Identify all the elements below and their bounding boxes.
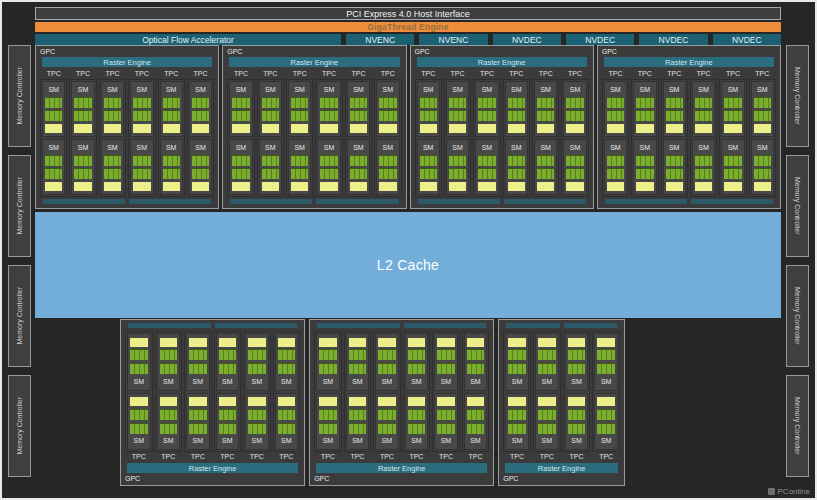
tpc-label: TPC	[40, 69, 67, 79]
tensor-core-block	[607, 124, 624, 133]
cuda-core-block	[320, 97, 337, 108]
tensor-core-block	[478, 182, 495, 191]
tensor-core-block	[130, 338, 148, 347]
tpc-strip: SMSM	[243, 331, 271, 452]
edge-strip	[691, 199, 773, 204]
sm-label: SM	[511, 85, 522, 94]
sm-label: SM	[107, 85, 118, 94]
sm-label: SM	[281, 377, 292, 386]
tpc-label: TPC	[125, 452, 153, 462]
cuda-core-block	[754, 110, 771, 121]
cuda-core-block	[695, 168, 712, 179]
cuda-core-block	[724, 168, 741, 179]
cuda-core-block	[74, 97, 91, 108]
nvdec-label: NVDEC	[585, 35, 615, 45]
cuda-core-block	[133, 110, 150, 121]
tpc-label: TPC	[315, 69, 342, 79]
sm-block: SM	[245, 393, 269, 451]
tpc-column: TPCSMSM	[532, 69, 559, 197]
cuda-core-block	[467, 423, 485, 434]
tpc-row: TPCSMSMTPCSMSMTPCSMSMTPCSMSMTPCSMSMTPCSM…	[415, 69, 589, 197]
gpc-row-top: GPCRaster EngineTPCSMSMTPCSMSMTPCSMSMTPC…	[35, 45, 781, 209]
pci-express-label: PCI Express 4.0 Host Interface	[346, 9, 470, 19]
sm-block: SM	[157, 333, 181, 391]
tpc-strip: SMSM	[563, 331, 591, 452]
tensor-core-block	[695, 124, 712, 133]
sm-label: SM	[610, 85, 621, 94]
cuda-core-block	[349, 349, 367, 360]
cuda-core-block	[350, 155, 367, 166]
tpc-strip: SMSM	[227, 79, 254, 197]
tpc-strip: SMSM	[415, 79, 442, 197]
sm-label: SM	[423, 143, 434, 152]
sm-block: SM	[216, 393, 240, 451]
cuda-core-block	[189, 423, 207, 434]
tensor-core-block	[666, 182, 683, 191]
tpc-strip: SMSM	[532, 79, 559, 197]
cuda-core-block	[278, 423, 296, 434]
raster-engine-bar: Raster Engine	[316, 463, 487, 473]
tpc-label: TPC	[661, 69, 688, 79]
sm-label: SM	[669, 85, 680, 94]
tensor-core-block	[232, 124, 249, 133]
cuda-core-block	[130, 423, 148, 434]
tpc-strip: SMSM	[155, 331, 183, 452]
cuda-core-block	[566, 97, 583, 108]
edge-strip	[316, 199, 398, 204]
edge-strip	[504, 199, 586, 204]
gigathread-label: GigaThread Engine	[367, 22, 448, 32]
tpc-strip: SMSM	[631, 79, 658, 197]
edge-strips	[418, 199, 586, 204]
sm-block: SM	[417, 139, 440, 195]
cuda-core-block	[408, 423, 426, 434]
cuda-core-block	[467, 349, 485, 360]
sm-block: SM	[434, 393, 458, 451]
cuda-core-block	[437, 423, 455, 434]
tensor-core-block	[291, 124, 308, 133]
tpc-column: SMSMTPC	[373, 331, 401, 462]
tensor-core-block	[163, 182, 180, 191]
tpc-label: TPC	[214, 452, 242, 462]
cuda-core-block	[74, 110, 91, 121]
memory-controller-label: Memory Controller	[794, 397, 801, 455]
sm-block: SM	[376, 139, 399, 195]
tpc-strip: SMSM	[373, 331, 401, 452]
gpc-label: GPC	[503, 474, 620, 483]
sm-label: SM	[236, 143, 247, 152]
cuda-core-block	[291, 168, 308, 179]
tensor-core-block	[219, 397, 237, 406]
cuda-core-block	[467, 363, 485, 374]
sm-block: SM	[594, 393, 618, 451]
sm-block: SM	[692, 81, 715, 137]
cuda-core-block	[420, 168, 437, 179]
tpc-column: SMSMTPC	[314, 331, 342, 462]
cuda-core-block	[568, 363, 586, 374]
edge-strip	[215, 323, 298, 328]
gpc-label: GPC	[40, 47, 214, 56]
cuda-core-block	[45, 97, 62, 108]
gpc-label: GPC	[125, 474, 300, 483]
tpc-column: SMSMTPC	[533, 331, 561, 462]
cuda-core-block	[478, 155, 495, 166]
gpc-label: GPC	[314, 474, 489, 483]
tpc-strip: SMSM	[344, 331, 372, 452]
sm-label: SM	[195, 143, 206, 152]
gigathread-engine-bar: GigaThread Engine	[35, 22, 781, 32]
memory-controller-left-2: Memory Controller	[8, 265, 31, 367]
tpc-strip: SMSM	[374, 79, 401, 197]
cuda-core-block	[607, 155, 624, 166]
cuda-core-block	[350, 168, 367, 179]
sm-block: SM	[563, 139, 586, 195]
tpc-label: TPC	[533, 452, 561, 462]
memory-controller-left-1: Memory Controller	[8, 155, 31, 257]
cuda-core-block	[219, 409, 237, 420]
tpc-label: TPC	[561, 69, 588, 79]
sm-label: SM	[728, 143, 739, 152]
tpc-strip: SMSM	[40, 79, 67, 197]
sm-block: SM	[464, 333, 488, 391]
sm-block: SM	[721, 139, 744, 195]
cuda-core-block	[420, 155, 437, 166]
tpc-column: TPCSMSM	[631, 69, 658, 197]
sm-block: SM	[633, 139, 656, 195]
sm-label: SM	[512, 436, 523, 445]
